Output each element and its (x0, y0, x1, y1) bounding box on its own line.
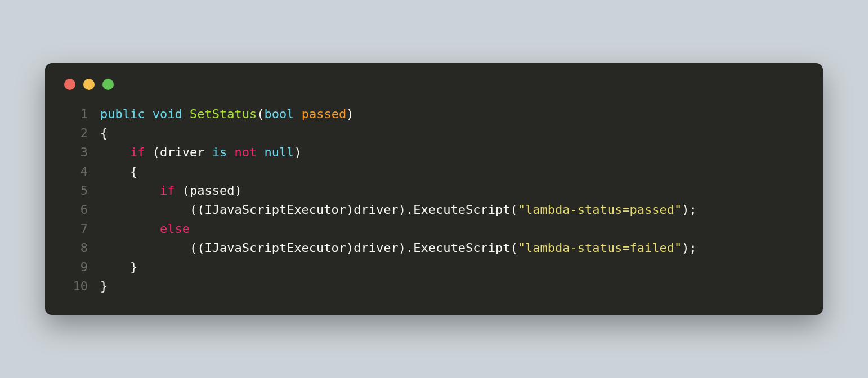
line-number: 4 (62, 162, 88, 181)
token-punct (100, 222, 160, 236)
token-punct (294, 107, 301, 121)
token-kw: public (100, 107, 145, 121)
token-punct: ). (399, 241, 414, 255)
token-punct (182, 107, 190, 121)
minimize-icon[interactable] (83, 79, 95, 90)
line-number: 2 (62, 124, 88, 143)
token-kw: null (264, 145, 294, 159)
token-ident: passed (190, 183, 234, 197)
token-ident: ExecuteScript (413, 241, 510, 255)
code-content: { (88, 124, 108, 143)
token-punct: ) (346, 202, 354, 217)
token-punct (145, 107, 152, 121)
code-window: 1public void SetStatus(bool passed)2{3 i… (45, 63, 823, 316)
token-kw2: if (130, 145, 145, 159)
token-punct: ( (511, 241, 518, 255)
token-punct (227, 145, 234, 159)
code-content: ((IJavaScriptExecutor)driver).ExecuteScr… (88, 200, 697, 219)
maximize-icon[interactable] (102, 79, 114, 90)
code-line: 9 } (62, 258, 806, 277)
code-line: 8 ((IJavaScriptExecutor)driver).ExecuteS… (62, 238, 806, 258)
code-content: if (passed) (88, 181, 242, 200)
token-param: passed (302, 107, 346, 121)
token-punct: ) (234, 183, 241, 197)
window-titlebar (62, 79, 806, 90)
code-content: if (driver is not null) (88, 143, 302, 162)
code-content: { (88, 162, 137, 181)
token-punct: ) (346, 241, 354, 255)
token-kw: is (212, 145, 227, 159)
token-ident: driver (160, 145, 204, 159)
token-punct: ) (294, 145, 301, 159)
token-punct (204, 145, 212, 159)
code-content: } (88, 277, 108, 296)
code-line: 4 { (62, 162, 806, 181)
token-punct: ( (257, 107, 264, 121)
token-punct: (( (100, 241, 204, 255)
code-block: 1public void SetStatus(bool passed)2{3 i… (62, 105, 806, 296)
code-line: 7 else (62, 219, 806, 238)
token-ident: ExecuteScript (413, 202, 510, 217)
token-punct: } (100, 279, 108, 293)
token-ident: driver (354, 202, 398, 217)
line-number: 7 (62, 219, 88, 238)
code-line: 2{ (62, 124, 806, 143)
code-line: 1public void SetStatus(bool passed) (62, 105, 806, 124)
token-punct: ). (399, 202, 414, 217)
token-str: "lambda-status=failed" (518, 241, 682, 255)
line-number: 3 (62, 143, 88, 162)
token-punct: { (100, 126, 108, 140)
code-line: 5 if (passed) (62, 181, 806, 200)
line-number: 9 (62, 258, 88, 277)
token-punct: ( (175, 183, 190, 197)
token-ident: IJavaScriptExecutor (204, 202, 346, 217)
code-content: else (88, 219, 190, 238)
line-number: 8 (62, 238, 88, 258)
token-punct: ( (511, 202, 518, 217)
code-content: } (88, 258, 137, 277)
token-kw: bool (264, 107, 294, 121)
token-punct (100, 183, 160, 197)
token-punct (100, 145, 130, 159)
token-ident: IJavaScriptExecutor (204, 241, 346, 255)
token-str: "lambda-status=passed" (518, 202, 682, 217)
token-punct: ); (682, 202, 697, 217)
code-line: 3 if (driver is not null) (62, 143, 806, 162)
token-punct (257, 145, 264, 159)
token-punct: ) (346, 107, 354, 121)
token-kw: void (153, 107, 182, 121)
token-punct: (( (100, 202, 204, 217)
code-content: public void SetStatus(bool passed) (88, 105, 354, 124)
code-line: 10} (62, 277, 806, 296)
token-kw2: not (234, 145, 257, 159)
line-number: 5 (62, 181, 88, 200)
line-number: 1 (62, 105, 88, 124)
token-fn: SetStatus (190, 107, 257, 121)
token-kw2: if (160, 183, 175, 197)
code-line: 6 ((IJavaScriptExecutor)driver).ExecuteS… (62, 200, 806, 219)
line-number: 10 (62, 277, 88, 296)
token-punct: { (100, 164, 137, 178)
code-content: ((IJavaScriptExecutor)driver).ExecuteScr… (88, 238, 697, 258)
token-punct: ( (145, 145, 160, 159)
close-icon[interactable] (64, 79, 75, 90)
token-punct: } (100, 260, 137, 274)
token-ident: driver (354, 241, 398, 255)
token-kw2: else (160, 222, 190, 236)
line-number: 6 (62, 200, 88, 219)
token-punct: ); (682, 241, 697, 255)
